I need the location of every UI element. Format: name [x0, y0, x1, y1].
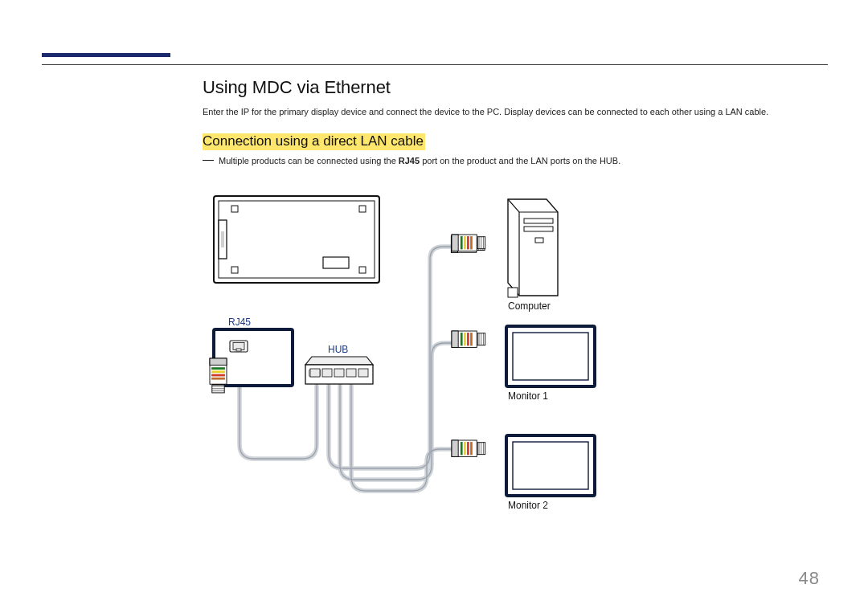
connection-diagram: RJ45 HUB Computer Monitor 1 Monitor 2 — [203, 185, 620, 538]
svg-rect-34 — [524, 219, 553, 223]
svg-rect-37 — [508, 288, 518, 297]
page-number: 48 — [799, 568, 820, 589]
svg-rect-36 — [535, 238, 543, 243]
monitor-2-icon — [506, 435, 595, 496]
monitor-1-icon — [506, 326, 595, 386]
note-dash-icon — [203, 160, 214, 161]
label-rj45: RJ45 — [228, 317, 251, 328]
svg-marker-25 — [305, 357, 373, 365]
computer-tower — [508, 199, 558, 297]
intro-paragraph: Enter the IP for the primary display dev… — [203, 106, 820, 119]
page: Using MDC via Ethernet Enter the IP for … — [0, 0, 868, 613]
label-hub: HUB — [328, 344, 348, 355]
svg-rect-21 — [231, 267, 238, 273]
note-suffix: port on the product and the LAN ports on… — [420, 156, 620, 166]
svg-rect-31 — [358, 369, 368, 377]
section-subtitle: Connection using a direct LAN cable — [203, 133, 425, 150]
svg-rect-29 — [334, 369, 344, 377]
note-bold: RJ45 — [399, 156, 420, 166]
svg-rect-19 — [231, 206, 238, 212]
note: Multiple products can be connected using… — [203, 154, 820, 168]
svg-rect-35 — [524, 227, 553, 231]
svg-rect-30 — [346, 369, 356, 377]
hub-device — [305, 357, 373, 384]
page-title: Using MDC via Ethernet — [203, 77, 391, 98]
label-computer: Computer — [508, 300, 551, 312]
svg-rect-23 — [323, 257, 349, 268]
back-panel — [214, 196, 379, 283]
label-monitor1: Monitor 1 — [508, 390, 548, 402]
svg-marker-32 — [508, 199, 558, 296]
svg-rect-28 — [322, 369, 332, 377]
header-rule — [42, 64, 828, 65]
label-monitor2: Monitor 2 — [508, 500, 548, 511]
note-text: Multiple products can be connected using… — [219, 154, 620, 168]
svg-rect-27 — [310, 369, 320, 377]
rj45-panel — [210, 329, 293, 393]
svg-rect-16 — [219, 201, 375, 278]
note-prefix: Multiple products can be connected using… — [219, 156, 399, 166]
svg-rect-22 — [359, 267, 366, 273]
svg-rect-18 — [221, 231, 224, 247]
svg-rect-20 — [359, 206, 366, 212]
header-tab-mark — [42, 53, 170, 57]
